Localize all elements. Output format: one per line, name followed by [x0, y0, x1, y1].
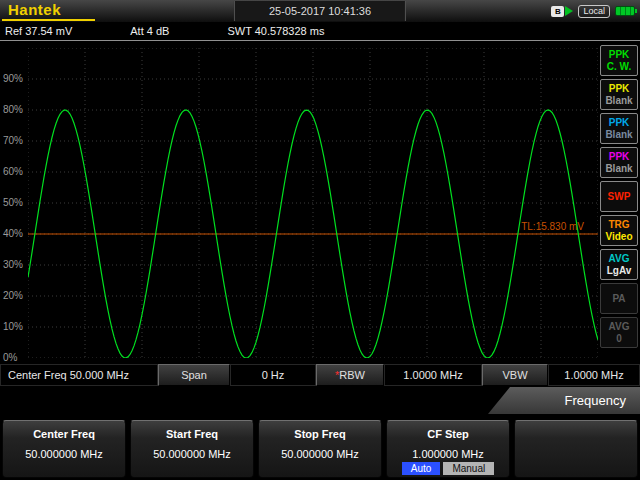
- menu-button-blank: [514, 420, 638, 478]
- menu-button-start-freq[interactable]: Start Freq50.000000 MHz: [130, 420, 254, 478]
- softkey-line1: PPK: [609, 117, 630, 129]
- softkey-swp[interactable]: SWP: [600, 181, 638, 212]
- softkey-ppk-blank-yellow[interactable]: PPKBlank: [600, 79, 638, 110]
- softkey-line2: Blank: [605, 95, 632, 107]
- rbw-auto-marker: *: [335, 369, 339, 381]
- status-icons: B Local: [551, 5, 640, 18]
- tab-frequency[interactable]: Frequency: [488, 387, 640, 414]
- y-axis-tick: 10%: [3, 321, 27, 332]
- softkey-line1: PPK: [609, 151, 630, 163]
- softkey-ppk-blank-blue[interactable]: PPKBlank: [600, 113, 638, 144]
- menu-button-label: CF Step: [387, 428, 509, 440]
- softkey-line1: PA: [612, 293, 625, 305]
- y-axis-tick: 20%: [3, 290, 27, 301]
- menu-button-value: 50.000000 MHz: [259, 448, 381, 460]
- status-rbw[interactable]: *RBW: [316, 364, 384, 386]
- softkey-column: PPKC. W.PPKBlankPPKBlankPPKBlankSWPTRGVi…: [600, 45, 638, 348]
- softkey-avg-lgav[interactable]: AVGLgAv: [600, 249, 638, 280]
- status-center-freq-50-000-mhz: Center Freq 50.000 MHz: [0, 364, 158, 386]
- cf-step-mode-toggle: AutoManual: [387, 462, 509, 475]
- y-axis-tick: 80%: [3, 104, 27, 115]
- attenuation: Att 4 dB: [130, 25, 169, 37]
- menu-button-label: Start Freq: [131, 428, 253, 440]
- sweep-time: SWT 40.578328 ms: [227, 25, 324, 37]
- menu-button-center-freq[interactable]: Center Freq50.000000 MHz: [2, 420, 126, 478]
- measurement-bar: Ref 37.54 mV Att 4 dB SWT 40.578328 ms: [0, 22, 640, 41]
- softkey-ppk-cw[interactable]: PPKC. W.: [600, 45, 638, 76]
- top-bar: Hantek 25-05-2017 10:41:36 B Local: [0, 0, 640, 22]
- softkey-pa[interactable]: PA: [600, 283, 638, 314]
- menu-button-label: Center Freq: [3, 428, 125, 440]
- status-bar: Center Freq 50.000 MHzSpan0 Hz*RBW1.0000…: [0, 364, 640, 386]
- y-axis-tick: 50%: [3, 197, 27, 208]
- usb-device-icon: B: [551, 6, 573, 17]
- menu-button-cf-step[interactable]: CF Step1.000000 MHzAutoManual: [386, 420, 510, 478]
- usb-b-label: B: [551, 6, 564, 17]
- y-axis-tick: 90%: [3, 73, 27, 84]
- softkey-trg-video[interactable]: TRGVideo: [600, 215, 638, 246]
- y-axis-tick: 70%: [3, 135, 27, 146]
- status-span[interactable]: Span: [158, 364, 230, 386]
- y-axis-tick: 0%: [3, 352, 27, 363]
- softkey-line2: Blank: [605, 163, 632, 175]
- softkey-line2: Blank: [605, 129, 632, 141]
- menu-row: Center Freq50.000000 MHzStart Freq50.000…: [0, 416, 640, 480]
- softkey-line1: PPK: [609, 49, 630, 61]
- softkey-line2: Video: [605, 231, 632, 243]
- menu-button-value: 50.000000 MHz: [3, 448, 125, 460]
- usb-arrow-icon: [565, 6, 573, 16]
- menu-button-label: Stop Freq: [259, 428, 381, 440]
- y-axis-tick: 30%: [3, 259, 27, 270]
- softkey-line2: 0: [616, 333, 622, 345]
- softkey-line1: AVG: [609, 321, 630, 333]
- brand-logo: Hantek: [2, 1, 95, 21]
- softkey-line1: PPK: [609, 83, 630, 95]
- menu-button-value: 50.000000 MHz: [131, 448, 253, 460]
- softkey-line1: AVG: [609, 253, 630, 265]
- status-1-0000-mhz: 1.0000 MHz: [384, 364, 482, 386]
- trigger-level-label: TL:15.830 mV: [521, 221, 584, 232]
- status-1-0000-mhz: 1.0000 MHz: [548, 364, 640, 386]
- status-vbw[interactable]: VBW: [482, 364, 548, 386]
- softkey-ppk-blank-magenta[interactable]: PPKBlank: [600, 147, 638, 178]
- datetime-display: 25-05-2017 10:41:36: [234, 1, 406, 21]
- softkey-line2: C. W.: [607, 61, 631, 73]
- menu-button-stop-freq[interactable]: Stop Freq50.000000 MHz: [258, 420, 382, 478]
- waveform-plot: TL:15.830 mV: [28, 48, 598, 358]
- menu-button-value: 1.000000 MHz: [387, 448, 509, 460]
- softkey-avg-0[interactable]: AVG0: [600, 317, 638, 348]
- y-axis-tick: 40%: [3, 228, 27, 239]
- tab-row: Frequency: [0, 386, 640, 416]
- y-axis-tick: 60%: [3, 166, 27, 177]
- local-badge[interactable]: Local: [578, 5, 610, 18]
- softkey-line2: LgAv: [607, 265, 632, 277]
- waveform-display: TL:15.830 mV PPKC. W.PPKBlankPPKBlankPPK…: [0, 42, 640, 364]
- toggle-option-manual[interactable]: Manual: [443, 462, 494, 475]
- softkey-line1: TRG: [608, 219, 629, 231]
- softkey-line1: SWP: [608, 191, 631, 203]
- ref-level: Ref 37.54 mV: [5, 25, 72, 37]
- status-0-hz: 0 Hz: [230, 364, 316, 386]
- spectrum-analyzer-screen: Hantek 25-05-2017 10:41:36 B Local Ref 3…: [0, 0, 640, 480]
- battery-icon: [615, 6, 635, 16]
- toggle-option-auto[interactable]: Auto: [402, 462, 441, 475]
